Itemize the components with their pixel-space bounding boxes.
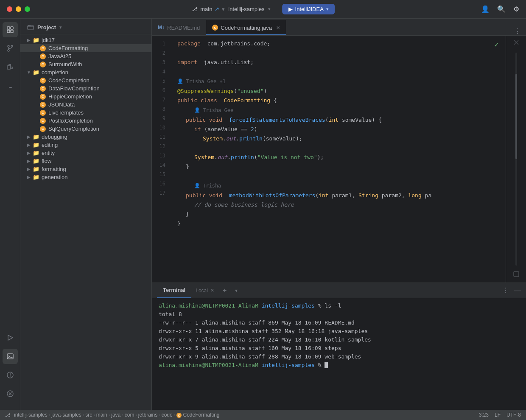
svg-rect-7 xyxy=(7,66,11,69)
sidebar-item-entity[interactable]: ▶ 📁 entity xyxy=(20,149,151,157)
sidebar-item-postfixcompletion[interactable]: C PostfixCompletion xyxy=(20,117,151,125)
folder-icon: 📁 xyxy=(32,134,40,140)
line-ending[interactable]: LF xyxy=(495,412,501,418)
sidebar-item-formatting[interactable]: ▶ 📁 formatting xyxy=(20,165,151,173)
java-file-icon: C xyxy=(39,126,47,132)
sidebar-item-sqlquerycompletion[interactable]: C SqlQueryCompletion xyxy=(20,125,151,133)
activity-problems-icon[interactable] xyxy=(3,367,18,383)
sidebar-item-dataflowcompletion[interactable]: C DataFlowCompletion xyxy=(20,84,151,92)
line-numbers: 1 2 3 4 5 6 7 8 9 10 11 12 13 14 15 16 1 xyxy=(152,36,172,283)
sidebar-item-hippiecompletion[interactable]: C HippieCompletion xyxy=(20,92,151,101)
tab-bar-actions[interactable]: ⋮ xyxy=(509,27,526,35)
activity-vcs-icon[interactable] xyxy=(3,41,18,56)
add-terminal-button[interactable]: + xyxy=(218,283,231,298)
sidebar: Project ▾ ▶ 📁 jdk17 C CodeFormatting C J… xyxy=(20,19,152,410)
project-dropdown-icon[interactable]: ▾ xyxy=(268,6,271,12)
terminal-tab[interactable]: Terminal xyxy=(157,283,191,298)
local-terminal-tab[interactable]: Local ✕ xyxy=(191,283,218,298)
java-file-icon: C xyxy=(39,86,47,92)
expand-arrow-icon: ▶ xyxy=(25,143,32,147)
tab-readme[interactable]: M↓ README.md xyxy=(152,20,206,35)
activity-project-icon[interactable] xyxy=(3,22,18,37)
run-dropdown-icon[interactable]: ▾ xyxy=(326,6,329,12)
add-user-icon[interactable]: 👤 xyxy=(481,5,490,13)
sidebar-item-label: CodeCompletion xyxy=(48,77,90,84)
code-editor[interactable]: ✓ package com.jetbrains.code; import jav… xyxy=(172,36,506,283)
main-layout: ··· xyxy=(0,19,526,410)
terminal-line-8: alina.mishina@NLTMP0021-AlinaM intellij-… xyxy=(159,361,519,370)
tab-close-icon[interactable]: ✕ xyxy=(276,25,280,31)
sidebar-item-label: generation xyxy=(42,174,67,180)
activity-run-icon[interactable] xyxy=(3,330,18,345)
sidebar-item-generation[interactable]: ▶ 📁 generation xyxy=(20,173,151,181)
sidebar-item-javaat25[interactable]: C JavaAt25 xyxy=(20,52,151,60)
breadcrumb[interactable]: intellij-samples › java-samples › src › … xyxy=(14,412,220,418)
sidebar-item-codeformatting[interactable]: C CodeFormatting xyxy=(20,44,151,52)
sidebar-title: Project xyxy=(37,24,56,31)
svg-point-4 xyxy=(8,45,9,47)
java-file-icon: C xyxy=(39,110,47,116)
java-file-icon: C xyxy=(39,102,47,108)
settings-icon[interactable]: ⚙ xyxy=(513,5,519,13)
expand-arrow-icon: ▶ xyxy=(25,175,32,179)
code-line-13 xyxy=(177,171,501,181)
sidebar-item-livetemplates[interactable]: C LiveTemplates xyxy=(20,109,151,117)
code-line-17: } xyxy=(177,219,501,228)
sidebar-dropdown-icon[interactable]: ▾ xyxy=(59,25,62,30)
branch-indicator[interactable]: ⎇ main ↗ ▾ xyxy=(191,6,225,12)
terminal-line-5: drwxr-xr-x 7 alina.mishina staff 224 May… xyxy=(159,336,519,344)
activity-git-icon[interactable] xyxy=(3,386,18,401)
bottom-panel: Terminal Local ✕ + ▾ ⋮ — xyxy=(152,283,526,410)
java-tab-icon: C xyxy=(212,25,218,31)
sidebar-item-debugging[interactable]: ▶ 📁 debugging xyxy=(20,133,151,141)
maximize-button[interactable] xyxy=(25,6,30,12)
git-branch-icon: ⎇ xyxy=(191,6,198,12)
code-line-6: public class CodeFormatting { xyxy=(177,96,501,105)
search-icon[interactable]: 🔍 xyxy=(497,5,506,13)
sidebar-item-editing[interactable]: ▶ 📁 editing xyxy=(20,141,151,149)
sidebar-item-surroundwith[interactable]: C SurroundWith xyxy=(20,60,151,68)
code-line-12: } xyxy=(177,162,501,171)
local-tab-close-icon[interactable]: ✕ xyxy=(210,288,214,293)
code-line-2 xyxy=(177,48,501,58)
sidebar-item-jsondata[interactable]: C JSONData xyxy=(20,101,151,109)
terminal-actions[interactable]: ⋮ — xyxy=(502,286,521,294)
minimize-button[interactable] xyxy=(16,6,21,12)
svg-point-11 xyxy=(10,376,11,377)
sidebar-item-flow[interactable]: ▶ 📁 flow xyxy=(20,157,151,165)
terminal-minimize-icon[interactable]: — xyxy=(514,287,521,294)
terminal-content[interactable]: alina.mishina@NLTMP0021-AlinaM intellij-… xyxy=(152,298,526,410)
gutter-bottom-icon[interactable] xyxy=(513,271,520,279)
cursor-position[interactable]: 3:23 xyxy=(479,412,489,418)
sidebar-item-completion[interactable]: ▼ 📁 completion xyxy=(20,68,151,76)
sidebar-item-label: formatting xyxy=(42,166,66,172)
expand-arrow-icon: ▶ xyxy=(25,134,32,139)
code-line-3: import java.util.List; xyxy=(177,58,501,67)
encoding[interactable]: UTF-8 xyxy=(506,412,521,418)
activity-terminal-icon[interactable] xyxy=(3,349,18,364)
sidebar-item-label: completion xyxy=(42,69,68,76)
close-button[interactable] xyxy=(7,6,12,12)
markdown-file-icon: M↓ xyxy=(158,25,165,31)
editor-content[interactable]: 1 2 3 4 5 6 7 8 9 10 11 12 13 14 15 16 1 xyxy=(152,36,506,283)
sidebar-item-label: JavaAt25 xyxy=(48,53,71,59)
code-line-8: if (someValue == 2) xyxy=(177,125,501,134)
expand-arrow-icon: ▼ xyxy=(25,70,32,75)
traffic-lights xyxy=(7,6,30,12)
activity-bar: ··· xyxy=(0,19,20,410)
branch-chevron-icon[interactable]: ▾ xyxy=(222,6,225,12)
sidebar-item-jdk17[interactable]: ▶ 📁 jdk17 xyxy=(20,36,151,44)
sidebar-item-label: CodeFormatting xyxy=(48,45,88,51)
tab-codeformatting[interactable]: C CodeFormatting.java ✕ xyxy=(206,20,286,35)
folder-icon: 📁 xyxy=(32,174,40,180)
sidebar-tree: ▶ 📁 jdk17 C CodeFormatting C JavaAt25 C … xyxy=(20,34,151,410)
activity-plugins-icon[interactable] xyxy=(3,59,18,75)
activity-more-icon[interactable]: ··· xyxy=(3,80,18,95)
run-button[interactable]: ▶ IntelliJIDEA ▾ xyxy=(283,4,335,14)
terminal-more-icon[interactable]: ⋮ xyxy=(502,286,509,294)
terminal-session-dropdown[interactable]: ▾ xyxy=(231,283,242,298)
gutter-notification-icon[interactable] xyxy=(513,39,520,48)
java-file-icon: C xyxy=(39,94,47,100)
sidebar-item-codecompletion[interactable]: C CodeCompletion xyxy=(20,76,151,84)
svg-rect-3 xyxy=(11,30,13,33)
